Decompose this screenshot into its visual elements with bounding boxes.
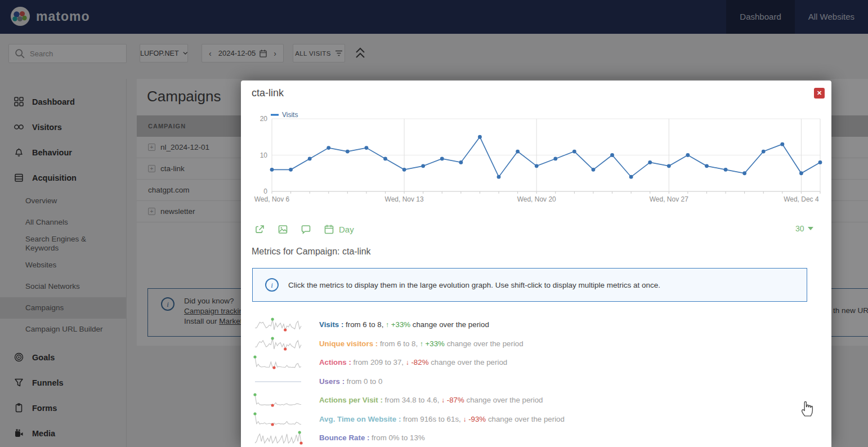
metric-from-to: from 0 to 0: [347, 377, 383, 386]
calendar-period-icon: [324, 224, 334, 235]
metric-from-to: from 34.8 to 4.6,: [385, 396, 442, 404]
sparkline-bounce-rate: [253, 430, 303, 445]
period-selector[interactable]: Day: [324, 224, 354, 235]
metric-separator: :: [347, 358, 354, 366]
metric-row-unique-visitors[interactable]: Unique visitors : from 6 to 8, ↑ +33% ch…: [241, 334, 831, 354]
metric-row-actions-per-visit[interactable]: Actions per Visit : from 34.8 to 4.6, ↓ …: [241, 391, 831, 410]
data-point[interactable]: [326, 146, 330, 150]
data-point[interactable]: [270, 168, 274, 172]
metric-separator: :: [339, 320, 346, 329]
data-point[interactable]: [610, 153, 614, 157]
info-text: Click the metrics to display them in the…: [288, 281, 660, 289]
metric-text: Avg. Time on Website : from 916s to 61s,…: [319, 415, 565, 423]
metric-text: Bounce Rate : from 0% to 13%: [319, 433, 425, 442]
data-point[interactable]: [553, 157, 557, 161]
metric-label: Actions per Visit: [319, 396, 378, 404]
data-point[interactable]: [289, 168, 293, 172]
data-point[interactable]: [308, 157, 312, 161]
metric-label: Users: [319, 377, 340, 386]
data-point[interactable]: [535, 164, 539, 168]
axis-tick-label: Wed, Nov 6: [254, 195, 290, 203]
metric-from-to: from 0% to 13%: [372, 433, 425, 442]
metric-from-to: from 916s to 61s,: [403, 415, 463, 423]
axis-tick-label: Wed, Nov 13: [385, 195, 424, 203]
data-point[interactable]: [516, 150, 520, 154]
axis-tick-label: 20: [260, 115, 268, 123]
visits-evolution-chart[interactable]: 20100Wed, Nov 6Wed, Nov 13Wed, Nov 20Wed…: [252, 111, 822, 207]
metric-text: Actions per Visit : from 34.8 to 4.6, ↓ …: [319, 396, 543, 404]
data-point[interactable]: [365, 146, 369, 150]
metric-text: Visits : from 6 to 8, ↑ +33% change over…: [319, 320, 489, 329]
metric-separator: :: [365, 433, 372, 442]
campaign-details-modal: cta-link ✕ 20100Wed, Nov 6Wed, Nov 13Wed…: [241, 81, 831, 447]
data-point[interactable]: [440, 157, 444, 161]
data-point[interactable]: [705, 164, 709, 168]
period-label: Day: [339, 225, 354, 234]
graph-toolbar: Day: [254, 223, 354, 235]
data-point[interactable]: [592, 168, 596, 172]
data-point[interactable]: [421, 164, 425, 168]
data-point[interactable]: [762, 150, 766, 154]
metric-change-percent: -87%: [445, 396, 466, 404]
data-point[interactable]: [667, 164, 671, 168]
data-point[interactable]: [497, 175, 501, 179]
axis-tick-label: Wed, Dec 4: [784, 195, 819, 203]
metric-change-percent: +33%: [389, 320, 413, 329]
metric-label: Avg. Time on Website: [319, 415, 396, 423]
metric-tail-text: change over the period: [413, 320, 489, 329]
data-point[interactable]: [383, 157, 387, 161]
row-limit-selector[interactable]: 30: [795, 224, 813, 233]
sparkline-unique-visitors: [253, 336, 303, 351]
data-point[interactable]: [818, 160, 822, 164]
metric-row-avg-time-on-website[interactable]: Avg. Time on Website : from 916s to 61s,…: [241, 410, 831, 429]
data-point[interactable]: [478, 135, 482, 139]
data-point[interactable]: [572, 150, 576, 154]
axis-tick-label: 10: [260, 151, 268, 159]
axis-tick-label: 0: [263, 187, 267, 195]
metric-separator: :: [373, 339, 380, 348]
sparkline-actions: [253, 355, 303, 370]
metric-from-to: from 6 to 8,: [346, 320, 386, 329]
data-point[interactable]: [629, 175, 633, 179]
metric-row-actions[interactable]: Actions : from 209 to 37, ↓ -82% change …: [241, 353, 831, 372]
metric-from-to: from 209 to 37,: [354, 358, 406, 366]
metric-separator: :: [396, 415, 403, 423]
sparkline-actions-per-visit: [253, 392, 303, 408]
image-export-icon[interactable]: [278, 224, 288, 235]
close-icon[interactable]: ✕: [814, 88, 825, 99]
data-point[interactable]: [799, 171, 803, 175]
data-point[interactable]: [724, 168, 728, 172]
export-icon[interactable]: [254, 224, 265, 235]
limit-value: 30: [795, 224, 804, 233]
sparkline-visits: [253, 317, 303, 332]
metric-text: Actions : from 209 to 37, ↓ -82% change …: [319, 358, 507, 366]
sparkline-avg-time-on-website: [253, 412, 303, 427]
data-point[interactable]: [686, 153, 690, 157]
axis-tick-label: Wed, Nov 27: [650, 195, 688, 203]
metric-label: Visits: [319, 320, 339, 329]
metric-from-to: from 6 to 8,: [380, 339, 420, 348]
metric-row-visits[interactable]: Visits : from 6 to 8, ↑ +33% change over…: [241, 315, 831, 334]
data-point[interactable]: [346, 150, 350, 154]
visits-series-line: [272, 137, 820, 177]
data-point[interactable]: [459, 160, 463, 164]
data-point[interactable]: [780, 142, 784, 146]
metric-change-percent: -93%: [466, 415, 487, 423]
metric-tail-text: change over the period: [466, 396, 543, 404]
metric-label: Unique visitors: [319, 339, 373, 348]
metrics-info-callout: i Click the metrics to display them in t…: [252, 268, 807, 302]
modal-title: cta-link: [252, 87, 284, 99]
data-point[interactable]: [648, 160, 652, 164]
metric-text: Unique visitors : from 6 to 8, ↑ +33% ch…: [319, 339, 524, 348]
info-icon: i: [265, 278, 279, 292]
metric-row-users[interactable]: Users : from 0 to 0: [241, 372, 831, 391]
metric-tail-text: change over the period: [447, 339, 524, 348]
metric-separator: :: [340, 377, 347, 386]
metric-text: Users : from 0 to 0: [319, 377, 382, 386]
metric-row-bounce-rate[interactable]: Bounce Rate : from 0% to 13%: [241, 428, 831, 447]
metric-list: Visits : from 6 to 8, ↑ +33% change over…: [241, 315, 831, 447]
data-point[interactable]: [742, 171, 746, 175]
annotations-icon[interactable]: [301, 224, 311, 235]
metric-change-percent: -82%: [409, 358, 431, 366]
data-point[interactable]: [402, 168, 406, 172]
